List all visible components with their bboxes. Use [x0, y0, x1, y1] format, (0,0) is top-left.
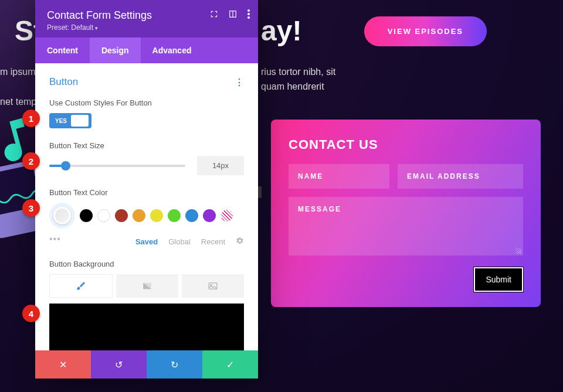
undo-icon: ↺: [115, 359, 123, 370]
toggle-knob: [71, 115, 89, 127]
svg-point-2: [247, 9, 250, 12]
background-label: Button Background: [49, 260, 244, 268]
redo-icon: ↻: [171, 359, 178, 370]
text-size-label: Button Text Size: [49, 141, 244, 150]
bg-type-image[interactable]: [182, 274, 244, 298]
palette-tab-saved[interactable]: Saved: [135, 237, 158, 246]
scrollbar-thumb[interactable]: [258, 186, 262, 198]
swatch-darkred[interactable]: [115, 209, 128, 222]
swatch-blue[interactable]: [185, 209, 198, 222]
cancel-button[interactable]: ✕: [35, 350, 91, 379]
bg-type-color[interactable]: [49, 274, 113, 298]
svg-point-3: [247, 13, 250, 15]
use-custom-label: Use Custom Styles For Button: [49, 98, 244, 107]
close-icon: ✕: [59, 359, 67, 370]
modal-header: Contact Form Settings Preset: Default: [35, 0, 258, 38]
swatch-transparent[interactable]: [221, 209, 233, 222]
hero-paragraph: m ipsum rius tortor nibh, sit net temp q…: [0, 64, 36, 109]
swatch-yellow[interactable]: [150, 209, 163, 222]
tab-content[interactable]: Content: [35, 38, 90, 63]
palette-settings-icon[interactable]: [236, 237, 244, 247]
view-episodes-button[interactable]: VIEW EPISODES: [364, 16, 487, 46]
swatch-orange[interactable]: [133, 209, 145, 222]
message-field[interactable]: MESSAGE: [289, 197, 523, 255]
contact-form-card: CONTACT US NAME EMAIL ADDRESS MESSAGE Su…: [271, 120, 541, 307]
palette-tab-recent[interactable]: Recent: [201, 237, 225, 246]
palette-more-icon[interactable]: •••: [49, 234, 61, 244]
panel-icon[interactable]: [229, 10, 237, 18]
name-field[interactable]: NAME: [289, 164, 389, 189]
more-icon[interactable]: [247, 9, 250, 19]
text-size-value[interactable]: 14px: [197, 156, 244, 175]
modal-tabs: Content Design Advanced: [35, 38, 258, 63]
settings-modal: Contact Form Settings Preset: Default Co…: [35, 0, 258, 379]
annotation-2: 2: [22, 152, 40, 170]
text-color-label: Button Text Color: [49, 188, 244, 197]
redo-button[interactable]: ↻: [147, 350, 202, 379]
use-custom-toggle[interactable]: YES: [49, 113, 91, 128]
section-menu-icon[interactable]: ⋮: [235, 77, 244, 88]
toggle-yes-label: YES: [51, 118, 71, 124]
modal-body: Button ⋮ Use Custom Styles For Button YE…: [35, 63, 258, 350]
check-icon: ✓: [226, 359, 234, 370]
focus-icon[interactable]: [210, 10, 218, 18]
svg-point-4: [247, 16, 250, 19]
swatch-green[interactable]: [168, 209, 181, 222]
contact-title: CONTACT US: [289, 137, 523, 152]
background-preview[interactable]: [49, 304, 244, 350]
preset-dropdown[interactable]: Preset: Default: [47, 23, 246, 32]
annotation-1: 1: [22, 110, 40, 127]
bg-type-gradient[interactable]: [116, 274, 178, 298]
annotation-3: 3: [22, 199, 40, 217]
save-button[interactable]: ✓: [202, 350, 258, 379]
modal-footer: ✕ ↺ ↻ ✓: [35, 350, 258, 379]
palette-tab-global[interactable]: Global: [168, 237, 191, 246]
submit-button[interactable]: Submit: [474, 267, 523, 292]
tab-advanced[interactable]: Advanced: [141, 38, 204, 63]
swatch-custom-active[interactable]: [49, 203, 75, 229]
swatch-purple[interactable]: [203, 209, 216, 222]
section-button-title: Button: [49, 76, 78, 88]
undo-button[interactable]: ↺: [91, 350, 147, 379]
text-size-slider[interactable]: [49, 165, 185, 167]
swatch-black[interactable]: [80, 209, 93, 222]
tab-design[interactable]: Design: [90, 38, 141, 63]
swatch-white[interactable]: [97, 209, 110, 222]
annotation-4: 4: [22, 305, 40, 322]
email-field[interactable]: EMAIL ADDRESS: [398, 164, 523, 189]
